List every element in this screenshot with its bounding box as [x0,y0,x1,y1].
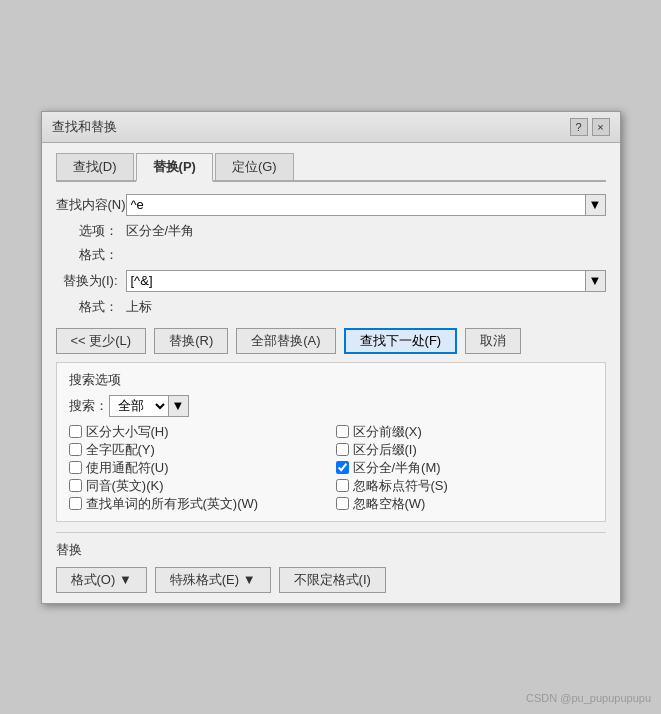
checkbox-punct-input[interactable] [336,479,349,492]
checkbox-suffix-input[interactable] [336,443,349,456]
format-btn[interactable]: 格式(O) ▼ [56,567,147,593]
find-dropdown-btn[interactable]: ▼ [586,194,606,216]
find-options-row: 选项： 区分全/半角 [56,222,606,240]
title-bar-controls: ? × [570,118,610,136]
replace-section-title: 替换 [56,532,606,559]
options-value: 区分全/半角 [126,222,195,240]
checkbox-prefix-label: 区分前缀(X) [353,423,422,441]
search-select-arrow[interactable]: ▼ [169,395,189,417]
checkbox-suffix-label: 区分后缀(I) [353,441,417,459]
search-select-row: 搜索： 全部 向上 向下 ▼ [69,395,593,417]
replace-input-wrap: ▼ [126,270,606,292]
checkbox-prefix: 区分前缀(X) [336,423,593,441]
checkbox-left-col: 区分大小写(H) 全字匹配(Y) 使用通配符(U) 同音(英文)(K) [69,423,326,513]
special-format-btn[interactable]: 特殊格式(E) ▼ [155,567,271,593]
search-select[interactable]: 全部 向上 向下 [109,395,169,417]
find-content-row: 查找内容(N): ▼ [56,194,606,216]
replace-format-buttons: 格式(O) ▼ 特殊格式(E) ▼ 不限定格式(I) [56,567,606,593]
checkbox-case-input[interactable] [69,425,82,438]
checkbox-punct-label: 忽略标点符号(S) [353,477,448,495]
replace-format-row: 格式： 上标 [56,298,606,316]
checkbox-wildcard: 使用通配符(U) [69,459,326,477]
checkbox-homophone-label: 同音(英文)(K) [86,477,164,495]
help-button[interactable]: ? [570,118,588,136]
checkbox-halfwidth: 区分全/半角(M) [336,459,593,477]
checkbox-grid: 区分大小写(H) 全字匹配(Y) 使用通配符(U) 同音(英文)(K) [69,423,593,513]
checkbox-wildcard-label: 使用通配符(U) [86,459,169,477]
find-format-label: 格式： [56,246,126,264]
checkbox-right-col: 区分前缀(X) 区分后缀(I) 区分全/半角(M) 忽略标点符号(S) [336,423,593,513]
find-input-wrap: ▼ [126,194,606,216]
find-replace-dialog: 查找和替换 ? × 查找(D) 替换(P) 定位(G) 查找内容(N): ▼ 选… [41,111,621,604]
find-content-input[interactable] [126,194,586,216]
checkbox-homophone-input[interactable] [69,479,82,492]
action-buttons-row: << 更少(L) 替换(R) 全部替换(A) 查找下一处(F) 取消 [56,328,606,354]
cancel-button[interactable]: 取消 [465,328,521,354]
search-label: 搜索： [69,397,109,415]
find-content-label: 查找内容(N): [56,196,126,214]
close-button[interactable]: × [592,118,610,136]
dialog-title: 查找和替换 [52,118,117,136]
replace-dropdown-btn[interactable]: ▼ [586,270,606,292]
checkbox-halfwidth-input[interactable] [336,461,349,474]
replace-content-row: 替换为(I): ▼ [56,270,606,292]
tab-bar: 查找(D) 替换(P) 定位(G) [56,153,606,182]
checkbox-punct: 忽略标点符号(S) [336,477,593,495]
tab-find[interactable]: 查找(D) [56,153,134,180]
search-select-wrap: 全部 向上 向下 ▼ [109,395,189,417]
checkbox-space-input[interactable] [336,497,349,510]
search-options-title: 搜索选项 [69,371,593,389]
checkbox-halfwidth-label: 区分全/半角(M) [353,459,441,477]
checkbox-prefix-input[interactable] [336,425,349,438]
tab-goto[interactable]: 定位(G) [215,153,294,180]
checkbox-wildcard-input[interactable] [69,461,82,474]
checkbox-case: 区分大小写(H) [69,423,326,441]
checkbox-allforms: 查找单词的所有形式(英文)(W) [69,495,326,513]
replace-button[interactable]: 替换(R) [154,328,228,354]
checkbox-whole: 全字匹配(Y) [69,441,326,459]
checkbox-homophone: 同音(英文)(K) [69,477,326,495]
find-next-button[interactable]: 查找下一处(F) [344,328,458,354]
no-format-btn[interactable]: 不限定格式(I) [279,567,386,593]
checkbox-space-label: 忽略空格(W) [353,495,426,513]
title-bar: 查找和替换 ? × [42,112,620,143]
dialog-body: 查找(D) 替换(P) 定位(G) 查找内容(N): ▼ 选项： 区分全/半角 … [42,143,620,603]
checkbox-whole-label: 全字匹配(Y) [86,441,155,459]
search-options-box: 搜索选项 搜索： 全部 向上 向下 ▼ [56,362,606,522]
checkbox-case-label: 区分大小写(H) [86,423,169,441]
checkbox-whole-input[interactable] [69,443,82,456]
replace-section: 替换 格式(O) ▼ 特殊格式(E) ▼ 不限定格式(I) [56,532,606,593]
replace-content-label: 替换为(I): [56,272,126,290]
checkbox-suffix: 区分后缀(I) [336,441,593,459]
checkbox-space: 忽略空格(W) [336,495,593,513]
checkbox-allforms-label: 查找单词的所有形式(英文)(W) [86,495,259,513]
tab-replace[interactable]: 替换(P) [136,153,213,182]
replace-format-label: 格式： [56,298,126,316]
replace-format-value: 上标 [126,298,152,316]
more-less-button[interactable]: << 更少(L) [56,328,147,354]
replace-all-button[interactable]: 全部替换(A) [236,328,335,354]
options-label: 选项： [56,222,126,240]
watermark: CSDN @pu_pupupupupu [526,692,651,704]
replace-content-input[interactable] [126,270,586,292]
checkbox-allforms-input[interactable] [69,497,82,510]
find-format-row: 格式： [56,246,606,264]
